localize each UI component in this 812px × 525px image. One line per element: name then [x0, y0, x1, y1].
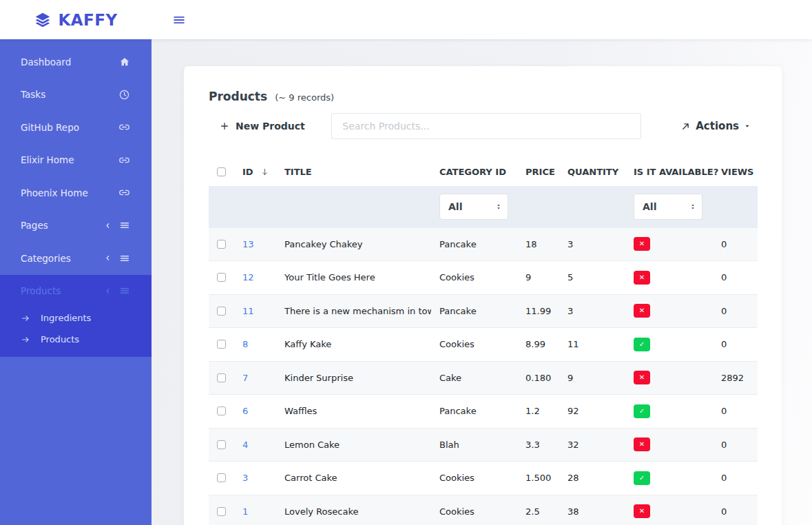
cell-category: Cookies: [431, 261, 517, 295]
category-filter: All: [439, 194, 508, 220]
column-header-id[interactable]: ID: [234, 160, 276, 186]
sidebar-subitem-products[interactable]: Products: [0, 329, 152, 350]
sidebar-item-label: Pages: [21, 220, 48, 231]
cell-price: 1.2: [517, 395, 559, 429]
row-id-link[interactable]: 3: [242, 473, 248, 483]
cell-views: 0: [713, 462, 758, 495]
sidebar-item-elixir-home[interactable]: Elixir Home: [0, 144, 152, 177]
list-icon: [119, 220, 130, 231]
cell-title: Lovely Rosecake: [276, 495, 431, 525]
column-header-title[interactable]: TITLE: [276, 160, 431, 186]
column-header-views[interactable]: VIEWS: [713, 160, 758, 186]
row-id-link[interactable]: 13: [242, 239, 254, 249]
row-id-link[interactable]: 11: [242, 306, 254, 316]
sidebar-item-phoenix-home[interactable]: Phoenix Home: [0, 176, 152, 209]
category-filter-select[interactable]: All: [440, 194, 508, 219]
sidebar-item-dashboard[interactable]: Dashboard: [0, 45, 152, 79]
brand-logo[interactable]: KAFFY: [0, 11, 152, 29]
cell-price: 9: [517, 261, 559, 295]
row-id-link[interactable]: 8: [242, 339, 248, 349]
sidebar-item-label: GitHub Repo: [21, 122, 79, 133]
table-row: 13 Pancakey Chakey Pancake 18 3 ✕ 0: [209, 227, 758, 261]
actions-dropdown-button[interactable]: Actions: [680, 120, 751, 132]
sidebar-section-phoenix-home: Phoenix Home: [0, 176, 152, 209]
row-checkbox[interactable]: [217, 473, 226, 482]
cell-title: Your Title Goes Here: [276, 261, 431, 295]
sort-descending-icon: [260, 167, 269, 176]
x-icon: ✕: [639, 508, 645, 515]
cell-title: Kaffy Kake: [276, 328, 431, 362]
sidebar-item-categories[interactable]: Categories: [0, 242, 152, 275]
cell-quantity: 9: [559, 361, 625, 395]
main-content: Products (~ 9 records) New Product Actio…: [152, 39, 812, 525]
row-checkbox[interactable]: [217, 507, 226, 516]
cell-category: Cookies: [431, 328, 517, 362]
row-checkbox[interactable]: [217, 440, 226, 449]
page-heading: Products (~ 9 records): [209, 90, 758, 103]
cell-views: 0: [713, 328, 758, 362]
row-id-link[interactable]: 6: [242, 406, 248, 416]
available-filter-select[interactable]: All: [634, 194, 702, 219]
cell-title: Pancakey Chakey: [276, 227, 431, 261]
row-checkbox[interactable]: [217, 373, 226, 382]
table-row: 3 Carrot Cake Cookies 1.500 28 ✓ 0: [209, 462, 758, 495]
availability-badge: ✓: [634, 338, 650, 351]
caret-down-icon: [744, 123, 751, 130]
sidebar-section-github-repo: GitHub Repo: [0, 111, 152, 144]
row-id-link[interactable]: 7: [242, 373, 248, 383]
home-icon: [119, 56, 130, 68]
sidebar-item-pages[interactable]: Pages: [0, 209, 152, 243]
x-icon: ✕: [639, 441, 645, 448]
row-id-link[interactable]: 1: [242, 506, 248, 517]
sidebar-subitem-ingredients[interactable]: Ingredients: [0, 307, 152, 329]
link-icon: [118, 154, 130, 166]
new-product-label: New Product: [236, 121, 305, 132]
row-checkbox[interactable]: [217, 307, 226, 316]
products-table: ID TITLE CATEGORY ID PRICE QUANTITY IS I…: [209, 160, 758, 525]
new-product-button[interactable]: New Product: [220, 121, 305, 132]
chevron-left-icon: [104, 254, 112, 262]
row-id-link[interactable]: 12: [242, 272, 254, 282]
arrow-up-right-icon: [680, 121, 691, 132]
search-input[interactable]: [331, 113, 641, 139]
menu-toggle-button[interactable]: [169, 11, 189, 29]
availability-badge: ✓: [634, 471, 650, 485]
availability-badge: ✕: [634, 438, 650, 451]
column-header-quantity[interactable]: QUANTITY: [559, 160, 625, 186]
column-header-available[interactable]: IS IT AVAILABLE?: [625, 160, 713, 186]
row-id-link[interactable]: 4: [242, 440, 248, 450]
sidebar-item-products[interactable]: Products: [0, 275, 152, 308]
sidebar-section-products: ProductsIngredientsProducts: [0, 275, 152, 358]
check-icon: ✓: [639, 341, 645, 348]
filter-row: All All: [209, 186, 758, 227]
cell-category: Pancake: [431, 227, 517, 261]
column-header-category[interactable]: CATEGORY ID: [431, 160, 517, 186]
sidebar-item-tasks[interactable]: Tasks: [0, 79, 152, 112]
x-icon: ✕: [639, 307, 645, 314]
cell-views: 0: [713, 261, 758, 295]
row-checkbox[interactable]: [217, 340, 226, 349]
select-all-checkbox[interactable]: [217, 167, 226, 176]
column-header-price[interactable]: PRICE: [517, 160, 559, 186]
cell-quantity: 28: [559, 462, 625, 495]
sidebar-item-github-repo[interactable]: GitHub Repo: [0, 111, 152, 144]
available-filter: All: [634, 194, 702, 220]
row-checkbox[interactable]: [217, 273, 226, 282]
row-checkbox[interactable]: [217, 406, 226, 415]
table-row: 6 Waffles Pancake 1.2 92 ✓ 0: [209, 395, 758, 429]
availability-badge: ✕: [634, 504, 650, 518]
cell-quantity: 38: [559, 495, 625, 525]
availability-badge: ✕: [634, 237, 650, 251]
cell-price: 11.99: [517, 294, 559, 328]
sidebar-item-label: Products: [21, 285, 61, 296]
top-header: KAFFY: [0, 0, 812, 39]
list-icon: [119, 253, 130, 264]
availability-badge: ✕: [634, 371, 650, 384]
availability-badge: ✕: [634, 304, 650, 318]
cell-quantity: 11: [559, 328, 625, 362]
arrow-right-icon: [21, 313, 30, 323]
sidebar-subitem-label: Products: [41, 334, 79, 344]
cell-title: Carrot Cake: [276, 462, 431, 495]
clock-icon: [118, 89, 130, 101]
row-checkbox[interactable]: [217, 240, 226, 249]
